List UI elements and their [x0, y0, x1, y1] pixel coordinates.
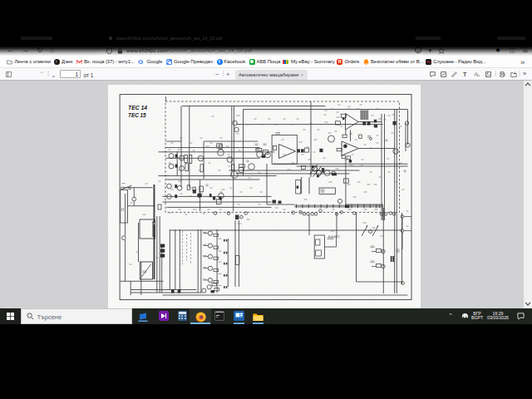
svg-text:ТЕС 14: ТЕС 14	[128, 105, 147, 111]
svg-text:Кн3-5х2С: Кн3-5х2С	[328, 235, 341, 239]
svg-text:ТЕС 15: ТЕС 15	[128, 112, 146, 118]
